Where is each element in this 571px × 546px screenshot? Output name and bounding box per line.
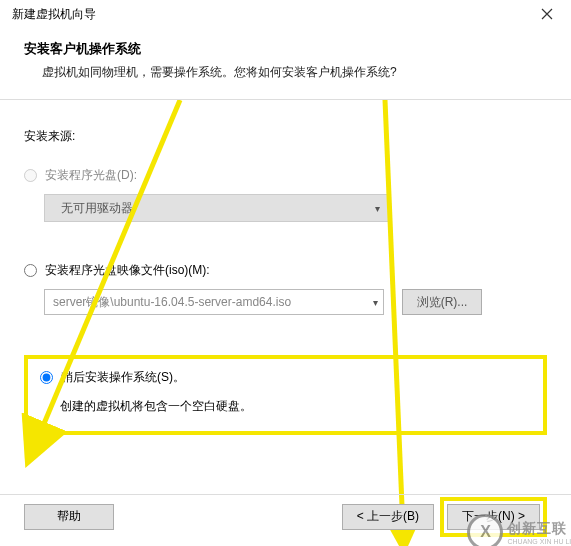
iso-path-input[interactable] [44,289,384,315]
option-iso-radio[interactable] [24,264,37,277]
option-later-highlight: 稍后安装操作系统(S)。 创建的虚拟机将包含一个空白硬盘。 [24,355,547,435]
option-disc-label: 安装程序光盘(D): [45,167,137,184]
option-disc-row: 安装程序光盘(D): [24,167,547,184]
wizard-subtext: 虚拟机如同物理机，需要操作系统。您将如何安装客户机操作系统? [42,64,547,81]
option-later-row[interactable]: 稍后安装操作系统(S)。 [40,369,531,386]
browse-button: 浏览(R)... [402,289,482,315]
option-later-desc: 创建的虚拟机将包含一个空白硬盘。 [60,398,531,415]
title-bar: 新建虚拟机向导 [0,0,571,28]
disc-dropdown-button: 无可用驱动器 ▾ [44,194,389,222]
option-iso-label[interactable]: 安装程序光盘映像文件(iso)(M): [45,262,210,279]
watermark-subtext: CHUANG XIN HU LIAN [507,538,571,545]
close-button[interactable] [531,2,563,26]
next-button[interactable]: 下一步(N) > [447,504,540,530]
install-source-label: 安装来源: [24,128,547,145]
wizard-footer: 帮助 < 上一步(B) 下一步(N) > [0,494,571,538]
option-disc-radio [24,169,37,182]
wizard-heading: 安装客户机操作系统 [24,40,547,58]
next-button-highlight: 下一步(N) > [440,497,547,537]
iso-input-row: ▾ 浏览(R)... [44,289,547,315]
wizard-content: 安装来源: 安装程序光盘(D): 无可用驱动器 ▾ 安装程序光盘映像文件(iso… [0,100,571,480]
option-iso-row: 安装程序光盘映像文件(iso)(M): [24,262,547,279]
option-later-label[interactable]: 稍后安装操作系统(S)。 [61,369,185,386]
disc-dropdown: 无可用驱动器 ▾ [44,194,547,222]
help-button[interactable]: 帮助 [24,504,114,530]
chevron-down-icon: ▾ [375,203,380,214]
option-later-radio[interactable] [40,371,53,384]
disc-dropdown-text: 无可用驱动器 [61,200,133,217]
back-button[interactable]: < 上一步(B) [342,504,434,530]
wizard-header: 安装客户机操作系统 虚拟机如同物理机，需要操作系统。您将如何安装客户机操作系统? [0,28,571,100]
window-title: 新建虚拟机向导 [12,6,96,23]
close-icon [541,8,553,20]
